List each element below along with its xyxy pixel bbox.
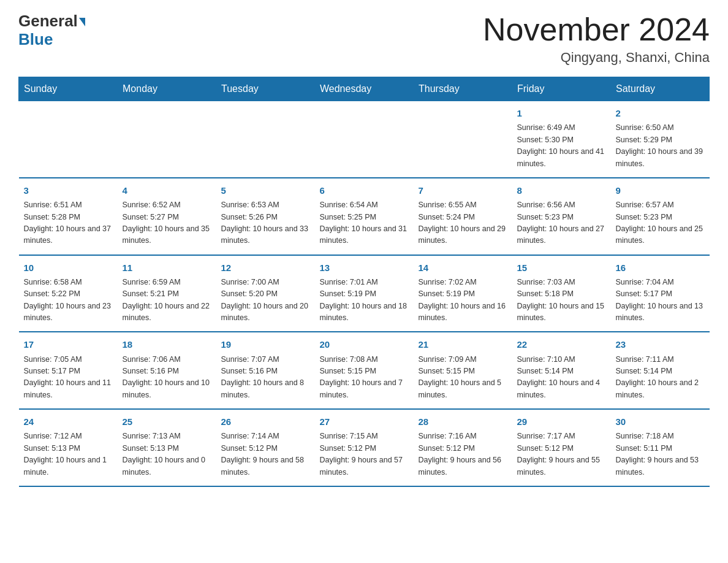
- weekday-header-wednesday: Wednesday: [315, 77, 414, 101]
- calendar-cell: 7Sunrise: 6:55 AMSunset: 5:24 PMDaylight…: [414, 178, 512, 255]
- day-info: Sunrise: 7:17 AM: [517, 431, 606, 442]
- day-info: Sunset: 5:12 PM: [517, 443, 606, 454]
- calendar-title: November 2024: [483, 12, 710, 47]
- calendar-cell: 13Sunrise: 7:01 AMSunset: 5:19 PMDayligh…: [315, 255, 414, 332]
- day-info: Sunset: 5:13 PM: [24, 443, 113, 454]
- calendar-cell: 12Sunrise: 7:00 AMSunset: 5:20 PMDayligh…: [216, 255, 315, 332]
- calendar-row-0: 1Sunrise: 6:49 AMSunset: 5:30 PMDaylight…: [19, 101, 710, 178]
- day-info: Daylight: 10 hours and 27 minutes.: [517, 223, 606, 247]
- calendar-cell: [315, 101, 414, 178]
- day-number: 28: [419, 415, 507, 429]
- calendar-row-1: 3Sunrise: 6:51 AMSunset: 5:28 PMDaylight…: [19, 178, 710, 255]
- day-info: Sunrise: 7:16 AM: [419, 431, 507, 442]
- calendar-body: 1Sunrise: 6:49 AMSunset: 5:30 PMDaylight…: [19, 101, 710, 486]
- day-info: Daylight: 10 hours and 22 minutes.: [123, 301, 211, 324]
- day-info: Daylight: 10 hours and 10 minutes.: [123, 377, 211, 401]
- day-number: 9: [616, 183, 705, 197]
- day-number: 27: [320, 415, 409, 429]
- day-info: Daylight: 9 hours and 55 minutes.: [517, 454, 606, 478]
- day-info: Sunset: 5:16 PM: [123, 366, 211, 377]
- day-info: Daylight: 10 hours and 31 minutes.: [320, 223, 409, 247]
- day-info: Daylight: 10 hours and 5 minutes.: [419, 377, 507, 401]
- calendar-cell: 4Sunrise: 6:52 AMSunset: 5:27 PMDaylight…: [118, 178, 216, 255]
- calendar-cell: 30Sunrise: 7:18 AMSunset: 5:11 PMDayligh…: [611, 409, 710, 486]
- day-number: 17: [24, 337, 113, 351]
- calendar-cell: 29Sunrise: 7:17 AMSunset: 5:12 PMDayligh…: [512, 409, 611, 486]
- day-info: Sunset: 5:28 PM: [24, 212, 113, 223]
- day-info: Sunset: 5:27 PM: [123, 212, 211, 223]
- day-info: Daylight: 10 hours and 23 minutes.: [24, 301, 113, 324]
- day-number: 10: [24, 261, 113, 275]
- calendar-row-2: 10Sunrise: 6:58 AMSunset: 5:22 PMDayligh…: [19, 255, 710, 332]
- day-info: Sunrise: 7:04 AM: [616, 277, 705, 288]
- day-info: Sunset: 5:14 PM: [517, 366, 606, 377]
- day-info: Daylight: 10 hours and 4 minutes.: [517, 377, 606, 401]
- calendar-cell: 24Sunrise: 7:12 AMSunset: 5:13 PMDayligh…: [19, 409, 118, 486]
- day-info: Sunset: 5:20 PM: [221, 288, 310, 300]
- title-area: November 2024 Qingyang, Shanxi, China: [483, 12, 710, 66]
- calendar-cell: 27Sunrise: 7:15 AMSunset: 5:12 PMDayligh…: [315, 409, 414, 486]
- logo-area: General Blue: [18, 12, 85, 49]
- day-info: Sunrise: 7:02 AM: [419, 277, 507, 288]
- weekday-header-tuesday: Tuesday: [216, 77, 315, 101]
- day-number: 25: [123, 415, 211, 429]
- day-info: Sunset: 5:21 PM: [123, 288, 211, 300]
- day-info: Daylight: 10 hours and 20 minutes.: [221, 301, 310, 324]
- day-info: Daylight: 10 hours and 11 minutes.: [24, 377, 113, 401]
- day-info: Sunrise: 7:15 AM: [320, 431, 409, 442]
- day-number: 30: [616, 415, 705, 429]
- day-info: Sunset: 5:17 PM: [24, 366, 113, 377]
- day-info: Daylight: 10 hours and 35 minutes.: [123, 223, 211, 247]
- day-info: Sunrise: 6:53 AM: [221, 199, 310, 211]
- day-number: 21: [419, 337, 507, 351]
- day-info: Sunrise: 7:11 AM: [616, 354, 705, 366]
- day-number: 26: [221, 415, 310, 429]
- calendar-subtitle: Qingyang, Shanxi, China: [483, 50, 710, 66]
- calendar-cell: 10Sunrise: 6:58 AMSunset: 5:22 PMDayligh…: [19, 255, 118, 332]
- weekday-header-thursday: Thursday: [414, 77, 512, 101]
- day-info: Daylight: 10 hours and 33 minutes.: [221, 223, 310, 247]
- weekday-header-saturday: Saturday: [611, 77, 710, 101]
- day-info: Daylight: 9 hours and 56 minutes.: [419, 454, 507, 478]
- day-info: Sunset: 5:18 PM: [517, 288, 606, 300]
- day-info: Sunset: 5:14 PM: [616, 366, 705, 377]
- day-info: Daylight: 10 hours and 41 minutes.: [517, 146, 606, 170]
- day-info: Sunset: 5:22 PM: [24, 288, 113, 300]
- calendar-cell: 20Sunrise: 7:08 AMSunset: 5:15 PMDayligh…: [315, 332, 414, 409]
- day-info: Sunset: 5:12 PM: [221, 443, 310, 454]
- day-info: Sunrise: 7:05 AM: [24, 354, 113, 366]
- day-info: Daylight: 10 hours and 13 minutes.: [616, 301, 705, 324]
- day-info: Sunrise: 7:10 AM: [517, 354, 606, 366]
- calendar-cell: 18Sunrise: 7:06 AMSunset: 5:16 PMDayligh…: [118, 332, 216, 409]
- day-info: Sunrise: 6:54 AM: [320, 199, 409, 211]
- logo-general: General: [18, 12, 85, 30]
- day-number: 20: [320, 337, 409, 351]
- day-info: Sunrise: 6:56 AM: [517, 199, 606, 211]
- day-number: 6: [320, 183, 409, 197]
- day-info: Sunset: 5:26 PM: [221, 212, 310, 223]
- weekday-header-friday: Friday: [512, 77, 611, 101]
- day-info: Sunrise: 7:09 AM: [419, 354, 507, 366]
- day-info: Daylight: 10 hours and 1 minute.: [24, 454, 113, 478]
- day-number: 8: [517, 183, 606, 197]
- day-info: Sunrise: 6:57 AM: [616, 199, 705, 211]
- day-info: Daylight: 10 hours and 16 minutes.: [419, 301, 507, 324]
- calendar-cell: 16Sunrise: 7:04 AMSunset: 5:17 PMDayligh…: [611, 255, 710, 332]
- day-info: Daylight: 10 hours and 37 minutes.: [24, 223, 113, 247]
- calendar-cell: 1Sunrise: 6:49 AMSunset: 5:30 PMDaylight…: [512, 101, 611, 178]
- calendar-cell: 14Sunrise: 7:02 AMSunset: 5:19 PMDayligh…: [414, 255, 512, 332]
- calendar-cell: 19Sunrise: 7:07 AMSunset: 5:16 PMDayligh…: [216, 332, 315, 409]
- day-info: Sunset: 5:19 PM: [320, 288, 409, 300]
- day-info: Daylight: 10 hours and 25 minutes.: [616, 223, 705, 247]
- day-info: Sunset: 5:12 PM: [419, 443, 507, 454]
- day-info: Daylight: 10 hours and 2 minutes.: [616, 377, 705, 401]
- day-number: 5: [221, 183, 310, 197]
- day-info: Daylight: 10 hours and 15 minutes.: [517, 301, 606, 324]
- calendar-cell: [414, 101, 512, 178]
- calendar-row-4: 24Sunrise: 7:12 AMSunset: 5:13 PMDayligh…: [19, 409, 710, 486]
- day-number: 13: [320, 261, 409, 275]
- day-number: 2: [616, 106, 705, 120]
- day-number: 1: [517, 106, 606, 120]
- day-info: Sunset: 5:25 PM: [320, 212, 409, 223]
- day-info: Sunset: 5:17 PM: [616, 288, 705, 300]
